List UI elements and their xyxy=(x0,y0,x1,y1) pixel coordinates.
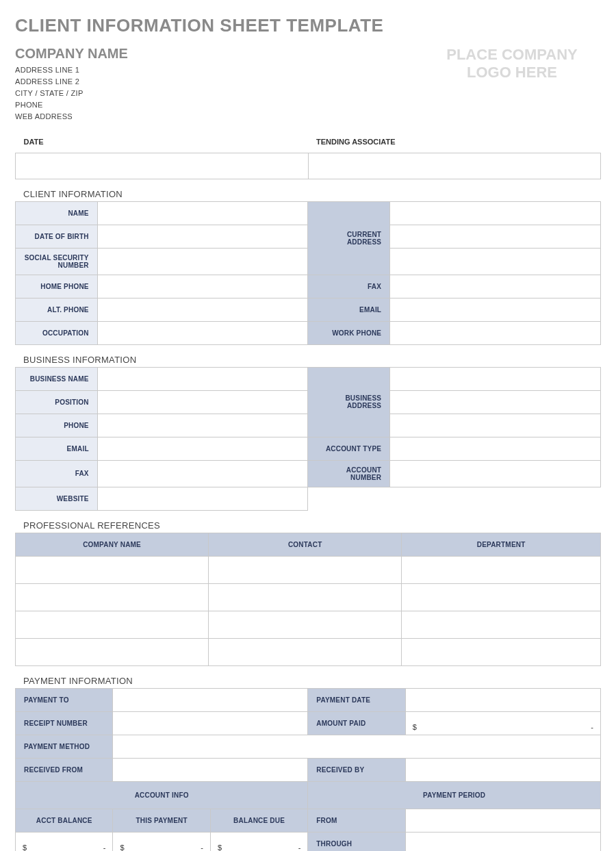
references-table: COMPANY NAME CONTACT DEPARTMENT xyxy=(15,533,601,666)
label-email: EMAIL xyxy=(308,298,390,321)
input-biz-email[interactable] xyxy=(97,437,308,460)
tending-associate-input[interactable] xyxy=(308,153,601,179)
input-home-phone[interactable] xyxy=(97,275,308,298)
company-address-1: ADDRESS LINE 1 xyxy=(15,66,423,74)
input-biz-fax[interactable] xyxy=(97,460,308,487)
label-receipt-number: RECEIPT NUMBER xyxy=(16,711,113,735)
label-business-name: BUSINESS NAME xyxy=(16,367,98,390)
company-block: COMPANY NAME ADDRESS LINE 1 ADDRESS LINE… xyxy=(15,46,423,124)
input-biz-address-1[interactable] xyxy=(390,367,601,390)
input-account-type[interactable] xyxy=(390,437,601,460)
input-work-phone[interactable] xyxy=(390,321,601,344)
label-ssn: SOCIAL SECURITY NUMBER xyxy=(16,248,98,275)
ref-department[interactable] xyxy=(402,638,601,665)
ref-row xyxy=(16,583,601,611)
payment-table: PAYMENT TO PAYMENT DATE RECEIPT NUMBER A… xyxy=(15,688,601,852)
ref-company[interactable] xyxy=(16,583,209,611)
label-current-address: CURRENT ADDRESS xyxy=(308,201,390,275)
input-occupation[interactable] xyxy=(97,321,308,344)
company-name: COMPANY NAME xyxy=(15,46,423,62)
label-website: WEBSITE xyxy=(16,487,98,510)
input-biz-phone[interactable] xyxy=(97,414,308,437)
input-address-2[interactable] xyxy=(390,225,601,248)
company-city-state-zip: CITY / STATE / ZIP xyxy=(15,89,423,97)
ref-contact[interactable] xyxy=(209,556,402,583)
business-info-section-title: BUSINESS INFORMATION xyxy=(23,355,601,365)
logo-line-2: LOGO HERE xyxy=(423,64,601,81)
ref-contact[interactable] xyxy=(209,611,402,638)
input-website[interactable] xyxy=(97,487,308,510)
label-balance-due: BALANCE DUE xyxy=(210,809,307,832)
currency-symbol: $ xyxy=(413,723,417,731)
label-work-phone: WORK PHONE xyxy=(308,321,390,344)
input-name[interactable] xyxy=(97,201,308,225)
input-from[interactable] xyxy=(405,809,600,832)
ref-department[interactable] xyxy=(402,556,601,583)
amount-dash: - xyxy=(201,843,203,851)
label-biz-fax: FAX xyxy=(16,460,98,487)
ref-department[interactable] xyxy=(402,611,601,638)
input-received-from[interactable] xyxy=(113,758,308,781)
label-dob: DATE OF BIRTH xyxy=(16,225,98,248)
input-ssn[interactable] xyxy=(97,248,308,275)
label-received-by: RECEIVED BY xyxy=(308,758,405,781)
input-receipt-number[interactable] xyxy=(113,711,308,735)
label-alt-phone: ALT. PHONE xyxy=(16,298,98,321)
ref-contact[interactable] xyxy=(209,583,402,611)
input-balance-due[interactable]: $ - xyxy=(210,832,307,851)
currency-symbol: $ xyxy=(23,843,27,851)
label-acct-balance: ACCT BALANCE xyxy=(16,809,113,832)
date-input[interactable] xyxy=(16,153,309,179)
ref-company[interactable] xyxy=(16,556,209,583)
input-account-number[interactable] xyxy=(390,460,601,487)
input-biz-address-3[interactable] xyxy=(390,414,601,437)
payment-section-title: PAYMENT INFORMATION xyxy=(23,676,601,686)
label-payment-method: PAYMENT METHOD xyxy=(16,735,113,758)
client-info-section-title: CLIENT INFORMATION xyxy=(23,189,601,199)
input-through[interactable] xyxy=(405,832,600,851)
label-occupation: OCCUPATION xyxy=(16,321,98,344)
ref-company[interactable] xyxy=(16,638,209,665)
label-from: FROM xyxy=(308,809,405,832)
input-alt-phone[interactable] xyxy=(97,298,308,321)
tending-associate-label: TENDING ASSOCIATE xyxy=(308,129,601,153)
input-fax[interactable] xyxy=(390,275,601,298)
label-biz-phone: PHONE xyxy=(16,414,98,437)
label-account-type: ACCOUNT TYPE xyxy=(308,437,390,460)
input-this-payment[interactable]: $ - xyxy=(113,832,210,851)
input-payment-date[interactable] xyxy=(405,688,600,711)
currency-symbol: $ xyxy=(218,843,222,851)
input-address-1[interactable] xyxy=(390,201,601,225)
input-acct-balance[interactable]: $ - xyxy=(16,832,113,851)
input-payment-to[interactable] xyxy=(113,688,308,711)
currency-symbol: $ xyxy=(120,843,124,851)
input-received-by[interactable] xyxy=(405,758,600,781)
ref-contact[interactable] xyxy=(209,638,402,665)
label-account-info: ACCOUNT INFO xyxy=(16,781,308,809)
company-web: WEB ADDRESS xyxy=(15,112,423,120)
input-business-name[interactable] xyxy=(97,367,308,390)
references-section-title: PROFESSIONAL REFERENCES xyxy=(23,520,601,531)
label-fax: FAX xyxy=(308,275,390,298)
label-biz-email: EMAIL xyxy=(16,437,98,460)
ref-row xyxy=(16,611,601,638)
client-info-table: NAME CURRENT ADDRESS DATE OF BIRTH SOCIA… xyxy=(15,201,601,345)
input-position[interactable] xyxy=(97,390,308,414)
company-address-2: ADDRESS LINE 2 xyxy=(15,77,423,86)
label-payment-period: PAYMENT PERIOD xyxy=(308,781,601,809)
input-amount-paid[interactable]: $ - xyxy=(405,711,600,735)
label-received-from: RECEIVED FROM xyxy=(16,758,113,781)
ref-header-contact: CONTACT xyxy=(209,533,402,556)
input-email[interactable] xyxy=(390,298,601,321)
logo-placeholder: PLACE COMPANY LOGO HERE xyxy=(423,46,601,82)
label-home-phone: HOME PHONE xyxy=(16,275,98,298)
ref-company[interactable] xyxy=(16,611,209,638)
label-business-address: BUSINESS ADDRESS xyxy=(308,367,390,437)
input-address-3[interactable] xyxy=(390,248,601,275)
input-biz-address-2[interactable] xyxy=(390,390,601,414)
ref-department[interactable] xyxy=(402,583,601,611)
label-name: NAME xyxy=(16,201,98,225)
input-dob[interactable] xyxy=(97,225,308,248)
input-payment-method[interactable] xyxy=(113,735,601,758)
amount-dash: - xyxy=(298,843,301,851)
